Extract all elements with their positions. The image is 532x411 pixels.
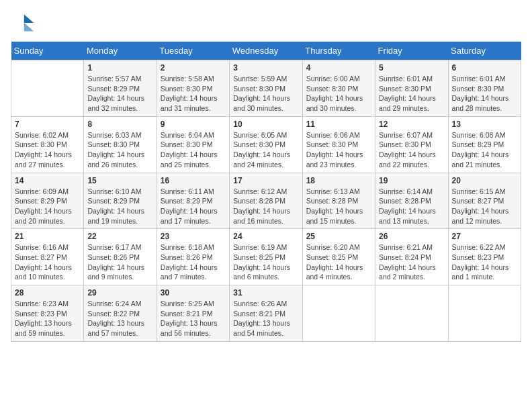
day-detail: Sunrise: 6:18 AM Sunset: 8:26 PM Dayligh… [161,242,226,282]
day-detail: Sunrise: 6:01 AM Sunset: 8:30 PM Dayligh… [452,74,517,113]
week-row-2: 7Sunrise: 6:02 AM Sunset: 8:30 PM Daylig… [11,116,521,173]
header-row: SundayMondayTuesdayWednesdayThursdayFrid… [11,42,521,60]
day-cell: 15Sunrise: 6:10 AM Sunset: 8:29 PM Dayli… [84,173,157,229]
day-detail: Sunrise: 6:05 AM Sunset: 8:30 PM Dayligh… [233,130,298,170]
day-cell: 1Sunrise: 5:57 AM Sunset: 8:29 PM Daylig… [84,60,157,117]
day-detail: Sunrise: 6:22 AM Sunset: 8:23 PM Dayligh… [452,242,517,282]
week-row-5: 28Sunrise: 6:23 AM Sunset: 8:23 PM Dayli… [11,285,521,342]
day-detail: Sunrise: 6:14 AM Sunset: 8:28 PM Dayligh… [379,187,444,226]
day-cell: 3Sunrise: 5:59 AM Sunset: 8:30 PM Daylig… [230,60,302,117]
day-number: 21 [15,232,80,241]
day-number: 23 [161,232,226,241]
week-row-3: 14Sunrise: 6:09 AM Sunset: 8:29 PM Dayli… [11,173,521,229]
day-number: 28 [15,288,80,298]
column-header-friday: Friday [375,42,448,60]
day-cell: 23Sunrise: 6:18 AM Sunset: 8:26 PM Dayli… [157,229,229,285]
day-detail: Sunrise: 6:25 AM Sunset: 8:21 PM Dayligh… [161,299,226,338]
page-header [11,11,521,35]
day-detail: Sunrise: 6:11 AM Sunset: 8:29 PM Dayligh… [161,187,226,226]
day-number: 12 [379,120,444,129]
day-detail: Sunrise: 6:19 AM Sunset: 8:25 PM Dayligh… [233,242,298,282]
day-detail: Sunrise: 6:06 AM Sunset: 8:30 PM Dayligh… [306,130,371,170]
day-number: 16 [161,176,226,185]
column-header-tuesday: Tuesday [157,42,229,60]
day-cell [11,60,84,117]
day-cell: 21Sunrise: 6:16 AM Sunset: 8:27 PM Dayli… [11,229,84,285]
day-number: 14 [15,176,80,185]
day-cell: 27Sunrise: 6:22 AM Sunset: 8:23 PM Dayli… [448,229,521,285]
day-detail: Sunrise: 6:08 AM Sunset: 8:29 PM Dayligh… [452,130,517,170]
day-number: 26 [379,232,444,241]
day-cell: 14Sunrise: 6:09 AM Sunset: 8:29 PM Dayli… [11,173,84,229]
day-cell: 30Sunrise: 6:25 AM Sunset: 8:21 PM Dayli… [157,285,229,342]
day-number: 8 [87,120,152,129]
day-cell: 29Sunrise: 6:24 AM Sunset: 8:22 PM Dayli… [84,285,157,342]
day-detail: Sunrise: 6:17 AM Sunset: 8:26 PM Dayligh… [87,242,152,282]
day-number: 3 [233,63,298,73]
day-cell: 12Sunrise: 6:07 AM Sunset: 8:30 PM Dayli… [375,116,448,173]
day-number: 9 [161,120,226,129]
day-detail: Sunrise: 6:04 AM Sunset: 8:30 PM Dayligh… [161,130,226,170]
day-number: 24 [233,232,298,241]
day-detail: Sunrise: 6:15 AM Sunset: 8:27 PM Dayligh… [452,187,517,226]
day-detail: Sunrise: 5:58 AM Sunset: 8:30 PM Dayligh… [161,74,226,113]
day-detail: Sunrise: 6:13 AM Sunset: 8:28 PM Dayligh… [306,187,371,226]
day-cell: 25Sunrise: 6:20 AM Sunset: 8:25 PM Dayli… [302,229,375,285]
day-number: 15 [87,176,152,185]
day-number: 6 [452,63,517,73]
day-detail: Sunrise: 5:59 AM Sunset: 8:30 PM Dayligh… [233,74,298,113]
column-header-wednesday: Wednesday [230,42,302,60]
day-detail: Sunrise: 6:00 AM Sunset: 8:30 PM Dayligh… [306,74,371,113]
day-cell: 13Sunrise: 6:08 AM Sunset: 8:29 PM Dayli… [448,116,521,173]
column-header-sunday: Sunday [11,42,84,60]
day-number: 30 [161,288,226,298]
logo [11,11,38,35]
day-cell: 31Sunrise: 6:26 AM Sunset: 8:21 PM Dayli… [230,285,302,342]
day-detail: Sunrise: 6:16 AM Sunset: 8:27 PM Dayligh… [15,242,80,282]
day-cell: 17Sunrise: 6:12 AM Sunset: 8:28 PM Dayli… [230,173,302,229]
day-cell: 28Sunrise: 6:23 AM Sunset: 8:23 PM Dayli… [11,285,84,342]
day-detail: Sunrise: 6:23 AM Sunset: 8:23 PM Dayligh… [15,299,80,338]
day-cell: 22Sunrise: 6:17 AM Sunset: 8:26 PM Dayli… [84,229,157,285]
day-number: 27 [452,232,517,241]
day-detail: Sunrise: 5:57 AM Sunset: 8:29 PM Dayligh… [87,74,152,113]
day-detail: Sunrise: 6:12 AM Sunset: 8:28 PM Dayligh… [233,187,298,226]
day-number: 17 [233,176,298,185]
day-cell: 10Sunrise: 6:05 AM Sunset: 8:30 PM Dayli… [230,116,302,173]
day-detail: Sunrise: 6:24 AM Sunset: 8:22 PM Dayligh… [87,299,152,338]
day-cell: 6Sunrise: 6:01 AM Sunset: 8:30 PM Daylig… [448,60,521,117]
day-cell: 19Sunrise: 6:14 AM Sunset: 8:28 PM Dayli… [375,173,448,229]
day-number: 19 [379,176,444,185]
day-detail: Sunrise: 6:01 AM Sunset: 8:30 PM Dayligh… [379,74,444,113]
day-cell: 18Sunrise: 6:13 AM Sunset: 8:28 PM Dayli… [302,173,375,229]
day-detail: Sunrise: 6:09 AM Sunset: 8:29 PM Dayligh… [15,187,80,226]
day-number: 5 [379,63,444,73]
day-number: 29 [87,288,152,298]
day-number: 22 [87,232,152,241]
day-number: 4 [306,63,371,73]
day-cell: 9Sunrise: 6:04 AM Sunset: 8:30 PM Daylig… [157,116,229,173]
day-number: 7 [15,120,80,129]
day-cell: 11Sunrise: 6:06 AM Sunset: 8:30 PM Dayli… [302,116,375,173]
day-number: 18 [306,176,371,185]
calendar-table: SundayMondayTuesdayWednesdayThursdayFrid… [11,42,521,342]
column-header-saturday: Saturday [448,42,521,60]
day-detail: Sunrise: 6:02 AM Sunset: 8:30 PM Dayligh… [15,130,80,170]
day-number: 10 [233,120,298,129]
day-detail: Sunrise: 6:21 AM Sunset: 8:24 PM Dayligh… [379,242,444,282]
day-detail: Sunrise: 6:03 AM Sunset: 8:30 PM Dayligh… [87,130,152,170]
day-cell: 8Sunrise: 6:03 AM Sunset: 8:30 PM Daylig… [84,116,157,173]
day-cell: 26Sunrise: 6:21 AM Sunset: 8:24 PM Dayli… [375,229,448,285]
day-number: 2 [161,63,226,73]
day-cell: 2Sunrise: 5:58 AM Sunset: 8:30 PM Daylig… [157,60,229,117]
day-cell: 16Sunrise: 6:11 AM Sunset: 8:29 PM Dayli… [157,173,229,229]
day-number: 11 [306,120,371,129]
day-cell [448,285,521,342]
day-cell: 20Sunrise: 6:15 AM Sunset: 8:27 PM Dayli… [448,173,521,229]
day-number: 13 [452,120,517,129]
day-cell: 4Sunrise: 6:00 AM Sunset: 8:30 PM Daylig… [302,60,375,117]
week-row-1: 1Sunrise: 5:57 AM Sunset: 8:29 PM Daylig… [11,60,521,117]
day-cell: 7Sunrise: 6:02 AM Sunset: 8:30 PM Daylig… [11,116,84,173]
day-cell [302,285,375,342]
day-number: 31 [233,288,298,298]
